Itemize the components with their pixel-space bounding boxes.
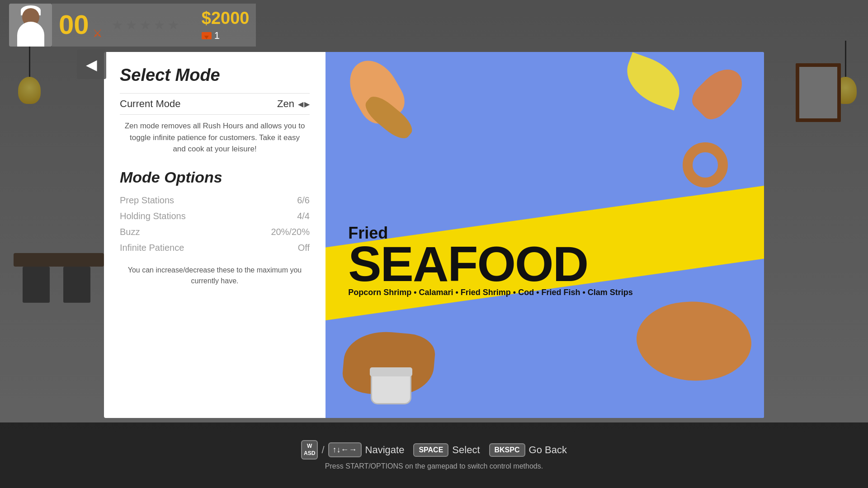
option-buzz: Buzz 20%/20% <box>120 224 310 240</box>
navigate-label: Navigate <box>365 444 405 456</box>
modal-left-panel: Select Mode Current Mode Zen ◀ ▶ Zen mod… <box>104 52 326 418</box>
player-level: 00 <box>59 11 89 38</box>
mode-note: You can increase/decrease these to the m… <box>120 265 310 286</box>
option-holding-stations-label: Holding Stations <box>120 211 186 221</box>
option-buzz-label: Buzz <box>120 227 140 237</box>
controls-row: W ASD / ↑↓←→ Navigate SPACE Select BKSPC… <box>301 440 567 460</box>
arrow-keys-icon: ↑↓←→ <box>328 442 362 457</box>
current-mode-value-wrapper: Zen ◀ ▶ <box>277 98 310 110</box>
hud-messages: 1 <box>202 30 250 42</box>
star-1: ★ <box>112 18 123 33</box>
bottom-bar: W ASD / ↑↓←→ Navigate SPACE Select BKSPC… <box>0 422 868 488</box>
level-icon: ⚔ <box>93 27 103 40</box>
mode-nav-arrows[interactable]: ◀ ▶ <box>298 100 310 108</box>
select-label: Select <box>452 444 480 456</box>
go-back-label: Go Back <box>529 444 567 456</box>
message-icon[interactable] <box>202 32 212 39</box>
avatar <box>9 4 52 47</box>
bkspc-key-icon: BKSPC <box>489 443 525 457</box>
option-infinite-patience-label: Infinite Patience <box>120 243 184 253</box>
star-2: ★ <box>126 18 137 33</box>
hud: 00 ⚔ ★ ★ ★ ★ ★ $2000 1 <box>0 0 868 50</box>
star-rating: ★ ★ ★ ★ ★ <box>112 18 179 33</box>
star-3: ★ <box>140 18 151 33</box>
back-button[interactable]: ◀ <box>77 50 106 79</box>
star-5: ★ <box>168 18 179 33</box>
option-infinite-patience: Infinite Patience Off <box>120 240 310 256</box>
wasd-icon: W ASD <box>301 440 318 460</box>
current-mode-label: Current Mode <box>120 98 181 110</box>
star-4: ★ <box>154 18 165 33</box>
option-prep-stations-value: 6/6 <box>297 195 310 206</box>
mode-options-title: Mode Options <box>120 169 310 186</box>
banner-text: Fried SEAFOOD Popcorn Shrimp • Calamari … <box>348 225 633 296</box>
banner-seafood-text: SEAFOOD <box>348 241 633 286</box>
space-key-icon: SPACE <box>413 443 448 457</box>
modal-right-panel: Fried SEAFOOD Popcorn Shrimp • Calamari … <box>326 52 764 418</box>
arrow-right-icon: ▶ <box>304 100 310 108</box>
control-hint: Press START/OPTIONS on the gamepad to sw… <box>325 462 543 470</box>
option-holding-stations: Holding Stations 4/4 <box>120 208 310 224</box>
message-count: 1 <box>214 30 220 42</box>
hud-money-section: $2000 1 <box>195 4 256 47</box>
select-control: SPACE Select <box>413 443 480 457</box>
seafood-image: Fried SEAFOOD Popcorn Shrimp • Calamari … <box>326 52 764 418</box>
modal-title: Select Mode <box>120 66 310 85</box>
banner-items-text: Popcorn Shrimp • Calamari • Fried Shrimp… <box>348 288 633 296</box>
option-holding-stations-value: 4/4 <box>297 211 310 221</box>
option-prep-stations: Prep Stations 6/6 <box>120 192 310 208</box>
player-money: $2000 <box>202 9 250 28</box>
sauce-cup-decoration <box>371 368 411 404</box>
current-mode-text: Zen <box>277 98 294 110</box>
hud-info: 00 ⚔ ★ ★ ★ ★ ★ <box>52 4 195 47</box>
back-arrow-icon: ◀ <box>86 56 97 73</box>
arrow-left-icon: ◀ <box>298 100 303 108</box>
select-mode-modal: Select Mode Current Mode Zen ◀ ▶ Zen mod… <box>104 52 764 418</box>
option-buzz-value: 20%/20% <box>271 227 310 237</box>
current-mode-row: Current Mode Zen ◀ ▶ <box>120 93 310 115</box>
mode-description: Zen mode removes all Rush Hours and allo… <box>120 120 310 155</box>
back-control: BKSPC Go Back <box>489 443 567 457</box>
option-prep-stations-label: Prep Stations <box>120 195 174 206</box>
slash-divider: / <box>321 444 324 456</box>
calamari-decoration <box>683 142 728 188</box>
option-infinite-patience-value: Off <box>298 243 310 253</box>
navigate-control: W ASD / ↑↓←→ Navigate <box>301 440 404 460</box>
